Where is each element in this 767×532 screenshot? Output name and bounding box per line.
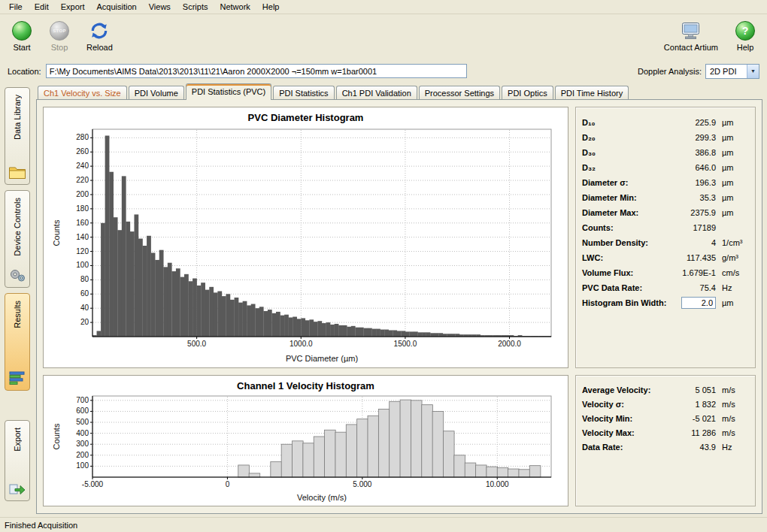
- stat-label: Volume Flux:: [582, 268, 669, 277]
- sidebar-tab-label: Export: [13, 428, 22, 452]
- menu-item-export[interactable]: Export: [55, 1, 91, 13]
- tab-processor-settings[interactable]: Processor Settings: [419, 86, 500, 100]
- tool-label: Start: [13, 43, 30, 52]
- stat-row: Data Rate:43.9Hz: [582, 440, 747, 455]
- start-button[interactable]: Start: [6, 17, 38, 55]
- stat-row: Counts:17189: [582, 220, 747, 235]
- sidebar-tab-export[interactable]: Export: [5, 420, 30, 501]
- stat-unit: µm: [716, 148, 747, 157]
- menu-item-network[interactable]: Network: [214, 1, 256, 13]
- sidebar-tab-results[interactable]: Results: [5, 293, 30, 391]
- stat-row: LWC:117.435g/m³: [582, 250, 747, 265]
- toolbar-left: StartSTOPStopReload: [6, 17, 118, 55]
- svg-text:20: 20: [80, 318, 89, 326]
- tool-label: Help: [737, 43, 754, 52]
- help-button[interactable]: ?Help: [729, 17, 761, 55]
- doppler-analysis-select[interactable]: 2D PDI ▼: [705, 64, 759, 79]
- diameter-stats: D₁₀225.9µmD₂₀299.3µmD₃₀386.8µmD₃₂646.0µm…: [575, 107, 756, 368]
- export-icon: [9, 481, 26, 496]
- svg-text:1500.0: 1500.0: [393, 340, 417, 348]
- reload-button[interactable]: Reload: [81, 17, 118, 55]
- toolbar-right: Contact Artium?Help: [659, 17, 761, 55]
- velocity-histogram-chart: 100200300400500600700-5.00005.00010.000V…: [49, 393, 563, 503]
- location-bar: Location: Doppler Analysis: 2D PDI ▼: [0, 61, 767, 81]
- doppler-analysis-value: 2D PDI: [710, 67, 747, 76]
- contact-artium-button[interactable]: Contact Artium: [659, 17, 723, 55]
- stat-label: Histogram Bin Width:: [582, 298, 681, 307]
- svg-text:120: 120: [76, 247, 89, 255]
- stat-row: Diameter σ:196.3µm: [582, 175, 747, 190]
- stat-value: 4: [669, 238, 716, 247]
- menu-item-help[interactable]: Help: [256, 1, 286, 13]
- stat-unit: µm: [716, 133, 747, 142]
- svg-text:60: 60: [80, 289, 89, 298]
- tab-pdi-statistics-pvc[interactable]: PDI Statistics (PVC): [186, 83, 271, 100]
- sidebar-tab-data-library[interactable]: Data Library: [5, 87, 30, 185]
- status-bar: Finished Acquisition: [0, 517, 767, 532]
- stat-value: 386.8: [669, 148, 716, 157]
- content-panel: PVC Diameter Histogram 20406080100120140…: [36, 99, 762, 514]
- histogram-bin-width-input[interactable]: [681, 297, 716, 309]
- stat-value: 117.435: [669, 253, 716, 262]
- svg-text:500: 500: [76, 418, 89, 426]
- tab-pdi-time-history[interactable]: PDI Time History: [555, 86, 629, 100]
- stat-unit: µm: [716, 118, 747, 127]
- diameter-chart-box: PVC Diameter Histogram 20406080100120140…: [43, 107, 568, 368]
- results-chart-icon: [9, 370, 26, 385]
- stat-value: 1 832: [669, 400, 716, 409]
- doppler-analysis-group: Doppler Analysis: 2D PDI ▼: [638, 64, 759, 79]
- stat-label: Velocity Min:: [582, 414, 669, 423]
- svg-text:160: 160: [76, 219, 89, 227]
- svg-text:200: 200: [76, 190, 89, 198]
- svg-text:Velocity (m/s): Velocity (m/s): [296, 493, 346, 502]
- sidebar-tab-device-controls[interactable]: Device Controls: [5, 190, 30, 288]
- doppler-analysis-label: Doppler Analysis:: [638, 67, 702, 76]
- stat-row: Histogram Bin Width:µm: [582, 295, 747, 310]
- location-input[interactable]: [46, 64, 467, 78]
- stat-value: 646.0: [669, 163, 716, 172]
- tab-pdi-statistics[interactable]: PDI Statistics: [273, 86, 334, 100]
- svg-text:500.0: 500.0: [187, 340, 206, 348]
- svg-text:-5.000: -5.000: [81, 480, 103, 488]
- stat-label: Number Density:: [582, 238, 669, 247]
- sidebar-tab-label: Device Controls: [13, 198, 22, 256]
- svg-text:Counts: Counts: [52, 219, 61, 246]
- svg-text:600: 600: [76, 407, 89, 415]
- stat-row: Average Velocity:5 051m/s: [582, 383, 747, 397]
- content: Ch1 Velocity vs. SizePDI VolumePDI Stati…: [35, 81, 767, 517]
- tool-label: Reload: [86, 43, 113, 52]
- stat-value: 75.4: [669, 283, 716, 292]
- stat-value: 196.3: [669, 178, 716, 187]
- svg-text:0: 0: [225, 480, 229, 488]
- svg-text:PVC Diameter (µm): PVC Diameter (µm): [285, 354, 357, 363]
- svg-text:80: 80: [80, 275, 89, 283]
- stat-unit: g/m³: [716, 253, 747, 262]
- stat-unit: cm/s: [716, 268, 747, 277]
- svg-text:200: 200: [76, 450, 89, 458]
- tab-ch1-pdi-validation[interactable]: Ch1 PDI Validation: [336, 86, 417, 100]
- menu-item-views[interactable]: Views: [143, 1, 177, 13]
- stat-unit: m/s: [716, 385, 747, 394]
- stat-row: Number Density:41/cm³: [582, 235, 747, 250]
- tab-ch1-velocity-vs-size[interactable]: Ch1 Velocity vs. Size: [38, 86, 127, 100]
- svg-text:5.000: 5.000: [353, 480, 371, 488]
- stat-label: Average Velocity:: [582, 385, 669, 394]
- stat-label: PVC Data Rate:: [582, 283, 669, 292]
- stat-label: D₃₂: [582, 163, 669, 172]
- menu-item-edit[interactable]: Edit: [29, 1, 55, 13]
- stat-label: Velocity σ:: [582, 400, 669, 409]
- menu-item-scripts[interactable]: Scripts: [177, 1, 214, 13]
- tab-pdi-volume[interactable]: PDI Volume: [129, 86, 184, 100]
- stat-row: D₃₀386.8µm: [582, 145, 747, 160]
- stat-row: Velocity Min:-5 021m/s: [582, 412, 747, 426]
- menu-bar: FileEditExportAcquisitionViewsScriptsNet…: [0, 0, 767, 14]
- chevron-down-icon[interactable]: ▼: [747, 65, 759, 78]
- location-label: Location:: [8, 67, 41, 76]
- help-icon: ?: [735, 20, 755, 41]
- stat-row: D₁₀225.9µm: [582, 115, 747, 130]
- velocity-chart-title: Channel 1 Velocity Histogram: [237, 379, 374, 393]
- stat-value: -5 021: [669, 414, 716, 423]
- menu-item-acquisition[interactable]: Acquisition: [91, 1, 143, 13]
- tab-pdi-optics[interactable]: PDI Optics: [502, 86, 553, 100]
- menu-item-file[interactable]: File: [3, 1, 29, 13]
